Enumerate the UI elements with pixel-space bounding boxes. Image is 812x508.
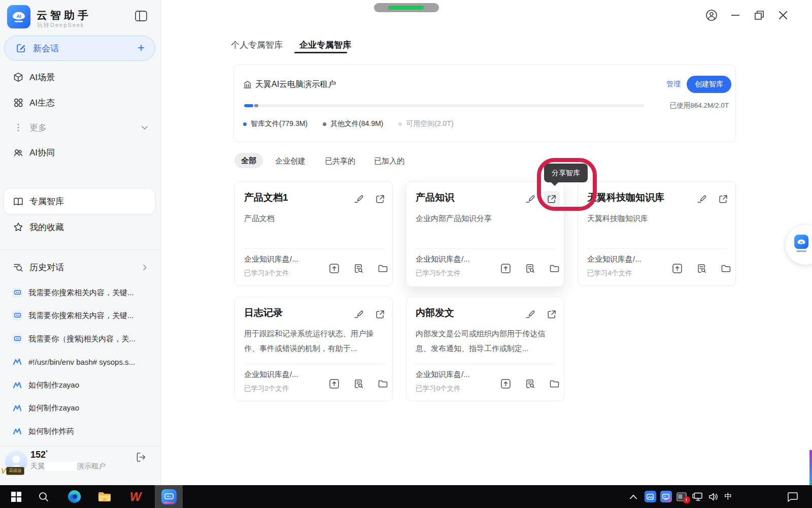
doc-search-icon[interactable] — [353, 263, 364, 274]
tray-ime-indicator[interactable]: 中 — [722, 485, 735, 508]
kb-card-learned: 已学习0个文件 — [416, 384, 461, 393]
redaction-overlay — [45, 462, 77, 471]
share-icon[interactable] — [547, 309, 557, 320]
sidebar-item-ai-eco[interactable]: AI生态 — [0, 90, 161, 115]
action-center-button[interactable] — [782, 485, 804, 508]
kb-card[interactable]: 内部发文 内部发文是公司或组织内部用于传达信息、发布通知、指导工作或制定... … — [406, 297, 564, 401]
history-item[interactable]: 我需要你搜索相关内容，关键... — [0, 304, 161, 327]
close-button[interactable] — [776, 8, 790, 22]
taskbar-edge-button[interactable] — [61, 485, 87, 508]
history-header-label: 历史对话 — [29, 262, 64, 273]
tray-volume-button[interactable] — [706, 485, 721, 508]
storage-progress-bar — [244, 104, 644, 107]
filter-all[interactable]: 全部 — [234, 153, 263, 168]
tray-network-button[interactable] — [690, 485, 705, 508]
restore-button[interactable] — [752, 8, 766, 22]
collab-users-icon — [13, 147, 23, 157]
taskbar-wps-button[interactable]: W — [122, 485, 148, 508]
kb-card[interactable]: 天翼科技咖知识库 天翼科技咖知识库 企业知识库盘/... 已学习4个文件 — [578, 181, 736, 286]
chevron-right-icon[interactable] — [141, 264, 149, 271]
card-actions — [329, 378, 388, 389]
legend-dot — [398, 122, 402, 126]
edit-icon[interactable] — [354, 309, 364, 320]
taskbar-cloud-pc-button-active[interactable] — [155, 485, 183, 508]
vip-v: V — [1, 467, 6, 475]
edit-icon[interactable] — [354, 194, 364, 204]
share-icon[interactable] — [375, 194, 385, 204]
kb-card[interactable]: 日志记录 用于跟踪和记录系统运行状态、用户操作、事件或错误的机制，有助于... … — [234, 297, 393, 401]
edit-icon[interactable] — [525, 309, 535, 320]
taskbar-explorer-button[interactable] — [91, 485, 118, 508]
kb-card[interactable]: 产品文档1 产品文档 企业知识库盘/... 已学习3个文件 — [234, 181, 393, 286]
tray-app-2[interactable] — [658, 485, 673, 508]
taskbar: W ! 中 15:37 2025/11/11 — [0, 485, 812, 508]
create-kb-button[interactable]: 创建智库 — [687, 76, 731, 93]
share-button-hovered[interactable] — [544, 191, 560, 207]
tray-app-1[interactable] — [642, 485, 658, 508]
history-item[interactable]: 如何制作zayao — [0, 374, 161, 396]
folder-icon[interactable] — [549, 378, 560, 389]
edit-icon[interactable] — [697, 194, 707, 204]
sidebar-collapse-icon[interactable] — [135, 11, 148, 22]
folder-icon[interactable] — [378, 378, 388, 389]
logout-icon[interactable] — [136, 452, 147, 463]
kb-card-path: 企业知识库盘/... — [416, 255, 470, 264]
chat-app-icon — [12, 334, 22, 344]
upload-icon[interactable] — [329, 263, 340, 274]
taskbar-search-button[interactable] — [31, 485, 56, 508]
history-item[interactable]: 如何制作zayao — [0, 397, 161, 419]
sidebar-item-history[interactable]: 历史对话 — [0, 255, 161, 279]
doc-search-icon[interactable] — [525, 263, 535, 274]
folder-icon[interactable] — [378, 263, 388, 274]
doc-search-icon[interactable] — [525, 378, 535, 389]
upload-icon[interactable] — [329, 378, 340, 389]
sidebar-item-favorites[interactable]: 我的收藏 — [4, 215, 155, 239]
filter-enterprise-created[interactable]: 企业创建 — [275, 156, 306, 166]
history-item[interactable]: 如何制作炸药 — [0, 420, 161, 442]
ellipsis-vertical-icon — [13, 122, 23, 133]
tenant-row: 天翼AI云电脑演示租户 — [243, 79, 336, 90]
new-chat-button[interactable]: 新会话 + — [4, 36, 155, 61]
share-icon[interactable] — [718, 194, 728, 204]
sidebar-item-ai-scenes[interactable]: AI场景 — [0, 65, 161, 89]
new-chat-plus-icon[interactable]: + — [138, 41, 145, 55]
history-item[interactable]: 我需要你（搜紫j相关内容，关... — [0, 328, 161, 350]
sidebar-item-ai-collab[interactable]: AI协同 — [0, 140, 161, 165]
edit-icon[interactable] — [525, 194, 535, 204]
user-org: 天翼 演示租户 — [30, 462, 106, 471]
edge-assistant-fab[interactable]: AI — [786, 225, 812, 265]
filter-shared[interactable]: 已共享的 — [325, 156, 355, 166]
chevron-down-icon[interactable] — [141, 123, 149, 132]
history-item[interactable]: 我需要你搜索相关内容，关键... — [0, 281, 161, 304]
doc-search-icon[interactable] — [353, 378, 364, 389]
upload-icon[interactable] — [672, 263, 683, 274]
wps-icon: W — [130, 490, 141, 504]
tray-expand-button[interactable] — [626, 485, 640, 508]
manage-link[interactable]: 管理 — [666, 80, 681, 89]
card-divider — [244, 248, 384, 249]
minimize-button[interactable] — [728, 8, 742, 22]
filter-joined[interactable]: 已加入的 — [374, 156, 404, 166]
windows-icon — [11, 492, 21, 502]
window-drag-pill[interactable] — [374, 3, 439, 12]
folder-icon[interactable] — [721, 263, 731, 274]
kb-card[interactable]: 产品知识 企业内部产品知识分享 企业知识库盘/... 已学习5个文件 — [406, 181, 564, 287]
tray-app-alert[interactable]: ! — [674, 485, 689, 508]
history-item[interactable]: #!/usr/bin/env bash# sysops.s... — [0, 351, 161, 373]
account-button[interactable] — [704, 8, 719, 22]
sidebar-item-exclusive-kb[interactable]: 专属智库 — [4, 189, 155, 214]
folder-icon[interactable] — [549, 263, 560, 274]
app-window: AI 云智助手 玩转DeepSeek 新会话 + AI场景 AI生态 — [0, 0, 812, 485]
card-actions — [500, 378, 560, 389]
upload-icon[interactable] — [500, 378, 511, 389]
sidebar-item-more[interactable]: 更多 — [0, 115, 161, 140]
start-button[interactable] — [4, 485, 28, 508]
tab-enterprise-kb[interactable]: 企业专属智库 — [299, 39, 351, 51]
kb-card-path: 企业知识库盘/... — [587, 255, 641, 264]
tooltip-pointer — [551, 182, 559, 186]
share-icon[interactable] — [375, 309, 385, 320]
upload-icon[interactable] — [500, 263, 511, 274]
doc-search-icon[interactable] — [696, 263, 707, 274]
tab-personal-kb[interactable]: 个人专属智库 — [231, 39, 283, 51]
card-actions — [672, 263, 731, 274]
